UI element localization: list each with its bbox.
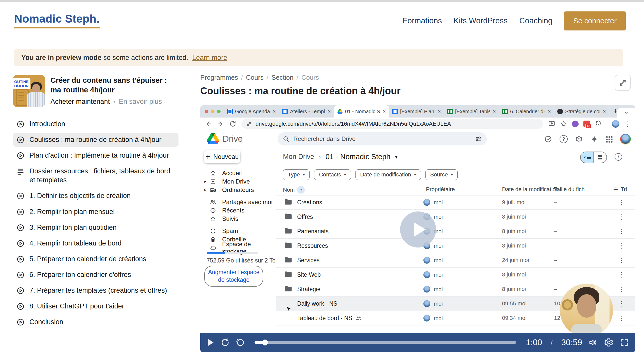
drive-file-row: Partenariats moi 8 juin moi – ⋮: [276, 224, 635, 239]
row-menu-icon: ⋮: [618, 285, 625, 293]
home-icon: [210, 170, 216, 176]
tab-close-icon: ×: [438, 108, 441, 115]
row-menu-icon: ⋮: [618, 242, 625, 250]
lesson-item[interactable]: Dossier ressources : fichiers, tableaux …: [13, 164, 178, 187]
row-menu-icon: ⋮: [618, 271, 625, 279]
tab-label: Google Agenda - S: [235, 109, 270, 114]
drive-filter-chips: Type ▾ Contacts ▾ Date de modification ▾…: [283, 169, 458, 180]
settings-button[interactable]: [604, 338, 614, 347]
grid-view-toggle: [594, 152, 606, 163]
notion-favicon: [557, 109, 563, 114]
drive-favicon: [337, 109, 343, 114]
lesson-item[interactable]: Coulisses : ma routine de création à 4h/…: [13, 133, 178, 147]
docs-favicon: [282, 109, 288, 114]
video-lesson-icon: [17, 271, 24, 279]
lesson-item[interactable]: 8. Utiliser ChatGPT pour t'aider: [13, 299, 178, 313]
file-size: –: [554, 213, 557, 220]
drive-search-placeholder: Rechercher dans Drive: [293, 135, 471, 142]
tab-close-icon: ×: [493, 108, 496, 115]
star-icon: [210, 216, 216, 222]
play-button[interactable]: [207, 338, 214, 347]
folder-icon: [284, 242, 292, 250]
lesson-item[interactable]: 5. Préparer ton calendrier de créations: [13, 252, 178, 266]
sheets-favicon: [502, 109, 508, 114]
lesson-item[interactable]: 4. Remplir ton tableau de bord: [13, 236, 178, 250]
browser-tab: Ateliers - Template ×: [279, 105, 334, 118]
site-nav: Formations Kits WordPress Coaching Se co…: [403, 11, 626, 30]
nav-kits-wordpress[interactable]: Kits WordPress: [454, 16, 508, 25]
lesson-item[interactable]: 1. Définir tes objectifs de création: [13, 189, 178, 203]
lesson-item[interactable]: Plan d'action : Implémente ta routine à …: [13, 149, 178, 162]
course-info: Créer du contenu sans t'épuiser : ma rou…: [50, 75, 178, 107]
drive-file-row: Services moi 24 juin moi – ⋮: [276, 253, 635, 268]
seek-handle[interactable]: [262, 340, 268, 345]
learn-more-link[interactable]: Learn more: [192, 54, 227, 62]
course-sidebar: OUTINEH/JOUR Créer du contenu sans t'épu…: [13, 75, 178, 331]
learn-more-course-link[interactable]: En savoir plus: [119, 98, 162, 106]
site-logo[interactable]: Nomadic Steph.: [14, 13, 100, 28]
file-name: Site Web: [297, 271, 321, 278]
my-drive-icon: [210, 178, 216, 185]
extension-calendar-icon: 16: [583, 121, 590, 127]
file-date: 8 juin moi: [502, 271, 526, 278]
buy-now-link[interactable]: Acheter maintenant: [50, 98, 110, 106]
volume-button[interactable]: [588, 338, 598, 347]
file-name: Daily work - NS: [297, 300, 337, 307]
column-nom: Nom ↑: [283, 186, 305, 194]
chrome-tab-strip: Google Agenda - S × Ateliers - Template …: [200, 105, 635, 118]
lesson-label: Dossier ressources : fichiers, tableaux …: [29, 167, 175, 185]
lesson-item[interactable]: 7. Préparer tes templates (créations et …: [13, 284, 178, 298]
reload-icon: [229, 120, 236, 127]
browser-tab: Stratégie de conte ×: [554, 105, 609, 118]
close-window-icon: [205, 110, 208, 113]
docs-favicon: [392, 109, 398, 114]
tab-close-icon: ×: [328, 108, 331, 115]
course-thumbnail[interactable]: OUTINEH/JOUR: [13, 75, 45, 107]
tab-label: 6. Calendrier d'off: [510, 109, 545, 114]
forward-button[interactable]: [236, 338, 245, 347]
fullscreen-button[interactable]: [620, 338, 629, 347]
login-button[interactable]: Se connecter: [564, 11, 626, 30]
lesson-item[interactable]: 3. Remplir ton plan quotidien: [13, 221, 178, 235]
url-bar: drive.google.com/drive/u/0/folders/16mdX…: [241, 119, 543, 129]
caret-down-icon: ▾: [414, 172, 416, 177]
expand-button[interactable]: [615, 75, 631, 91]
breadcrumb-programmes[interactable]: Programmes: [200, 74, 238, 81]
rewind-button[interactable]: [221, 338, 230, 347]
filter-chip: Contacts ▾: [314, 169, 351, 180]
player-controls: 1:00 / 30:59: [200, 333, 635, 352]
offline-check-icon: [544, 135, 552, 143]
breadcrumb-cours[interactable]: Cours: [246, 74, 263, 81]
drive-profile-avatar: [620, 134, 631, 144]
file-size: –: [554, 242, 557, 249]
lesson-item[interactable]: 6. Préparer ton calendrier d'offres: [13, 268, 178, 282]
top-strip: [0, 0, 644, 2]
settings-gear-icon: [575, 135, 583, 143]
video-player[interactable]: Google Agenda - S × Ateliers - Template …: [200, 105, 635, 352]
storage-usage-text: 752,59 Go utilisés sur 2 To: [207, 257, 276, 264]
nav-coaching[interactable]: Coaching: [519, 16, 552, 25]
video-lesson-icon: [17, 318, 24, 326]
owner-avatar: [423, 300, 430, 307]
help-icon: ?: [560, 135, 568, 143]
lesson-item[interactable]: 2. Remplir ton plan mensuel: [13, 205, 178, 219]
lesson-item[interactable]: Introduction: [13, 117, 178, 131]
lesson-label: 8. Utiliser ChatGPT pour t'aider: [29, 302, 124, 311]
drive-nav-partages: Partagés avec moi: [200, 198, 276, 206]
column-taille: Taille du fich: [554, 186, 585, 193]
nav-formations[interactable]: Formations: [403, 16, 442, 25]
grid-view-icon: [598, 155, 602, 159]
seek-bar[interactable]: [255, 341, 516, 344]
drive-logo: Drive: [207, 133, 243, 144]
play-overlay-button[interactable]: [400, 211, 436, 248]
lesson-label: 5. Préparer ton calendrier de créations: [29, 255, 146, 264]
maximize-window-icon: [217, 110, 221, 113]
drive-header: Drive Rechercher dans Drive ?: [200, 130, 635, 149]
file-name: Tableau de bord - NS: [297, 315, 362, 322]
spam-icon: [210, 228, 216, 234]
tab-close-icon: ×: [273, 108, 276, 115]
lesson-item[interactable]: Conclusion: [13, 315, 178, 329]
search-options-icon: [475, 136, 482, 142]
breadcrumb-section[interactable]: Section: [272, 74, 294, 81]
play-icon: [414, 222, 426, 237]
